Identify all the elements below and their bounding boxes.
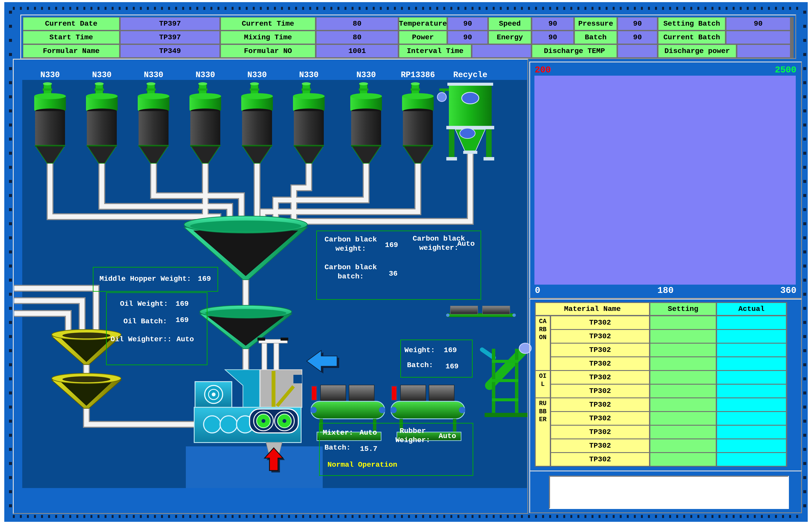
material-actual-5[interactable] bbox=[717, 371, 786, 384]
material-name-5[interactable]: TP302 bbox=[551, 371, 649, 384]
pipe-7 bbox=[276, 162, 366, 228]
trend-plot-area[interactable] bbox=[534, 76, 796, 285]
trend-chart-panel: 200 2500 0 180 360 bbox=[529, 62, 802, 299]
oil-batch-label: Oil Batch: bbox=[124, 317, 167, 326]
material-group-oil: OI L bbox=[536, 371, 550, 397]
edge-ticks-right bbox=[803, 11, 806, 513]
mixer-batch-value[interactable]: 15.7 bbox=[360, 444, 377, 454]
material-setting-1[interactable] bbox=[650, 316, 716, 329]
middle-hopper-value[interactable]: 169 bbox=[198, 274, 211, 284]
material-name-7[interactable]: TP302 bbox=[551, 398, 649, 411]
top-cell-r3-c8[interactable] bbox=[618, 45, 657, 57]
silo-6 bbox=[293, 82, 324, 163]
rubber-weigher-label: Rubber Weigher: bbox=[390, 426, 435, 445]
rubber-weigher-value[interactable]: Auto bbox=[439, 432, 456, 441]
silo-1 bbox=[34, 82, 66, 163]
hopper-label-2: N330 bbox=[92, 70, 112, 79]
oil-weighter-value[interactable]: Auto bbox=[176, 335, 194, 344]
carbon-weighter-value[interactable]: Auto bbox=[457, 239, 475, 248]
y-axis-right-max: 2500 bbox=[775, 65, 796, 75]
top-cell-r1-c4[interactable]: 80 bbox=[317, 17, 398, 30]
top-cell-r2-c4[interactable]: 80 bbox=[317, 31, 398, 44]
top-cell-r1-c10[interactable]: 90 bbox=[618, 17, 657, 30]
edge-ticks-bottom bbox=[13, 515, 800, 518]
weigh-weight-value[interactable]: 169 bbox=[444, 346, 457, 355]
material-actual-3[interactable] bbox=[717, 344, 786, 357]
top-cell-r2-c2[interactable]: TP397 bbox=[121, 31, 219, 44]
operation-status: Normal Operation bbox=[328, 460, 397, 469]
material-setting-10[interactable] bbox=[650, 439, 716, 452]
material-setting-11[interactable] bbox=[650, 453, 716, 466]
carbon-batch-value[interactable]: 36 bbox=[389, 269, 397, 278]
material-actual-1[interactable] bbox=[717, 316, 786, 329]
blue-left-arrow-icon bbox=[307, 350, 339, 374]
oil-weight-label: Oil Weight: bbox=[120, 299, 168, 308]
material-setting-9[interactable] bbox=[650, 426, 716, 438]
hopper-label-9: Recycle bbox=[453, 70, 488, 79]
material-setting-7[interactable] bbox=[650, 398, 716, 411]
top-cell-r2-c1: Start Time bbox=[23, 31, 119, 44]
carbon-batch-label: Carbon black batch: bbox=[319, 263, 383, 281]
weigh-batch-label: Batch: bbox=[407, 361, 433, 370]
top-cell-r1-c12[interactable]: 90 bbox=[726, 17, 790, 30]
top-cell-r1-c2[interactable]: TP397 bbox=[121, 17, 219, 30]
material-name-8[interactable]: TP302 bbox=[551, 412, 649, 425]
top-cell-r3-c10[interactable] bbox=[737, 45, 790, 57]
top-cell-r2-c10[interactable]: 90 bbox=[618, 31, 657, 44]
edge-ticks-top bbox=[13, 7, 800, 10]
material-name-6[interactable]: TP302 bbox=[551, 384, 649, 397]
material-actual-7[interactable] bbox=[717, 398, 786, 411]
material-table-panel: Material NameSettingActualCA RB ONOI LRU… bbox=[529, 299, 802, 471]
pipe-13 bbox=[14, 301, 82, 334]
top-cell-r2-c8[interactable]: 90 bbox=[532, 31, 573, 44]
oil-batch-value[interactable]: 169 bbox=[176, 316, 189, 325]
material-name-1[interactable]: TP302 bbox=[551, 316, 649, 329]
material-header-setting: Setting bbox=[650, 303, 716, 315]
weigh-batch-value[interactable]: 169 bbox=[446, 362, 459, 371]
material-setting-8[interactable] bbox=[650, 412, 716, 425]
material-actual-10[interactable] bbox=[717, 439, 786, 452]
material-actual-6[interactable] bbox=[717, 384, 786, 397]
top-cell-r3-c7: Discharge TEMP bbox=[532, 45, 617, 57]
material-name-10[interactable]: TP302 bbox=[551, 439, 649, 452]
material-actual-8[interactable] bbox=[717, 412, 786, 425]
pipe-6 bbox=[294, 162, 309, 228]
top-cell-r1-c8[interactable]: 90 bbox=[532, 17, 573, 30]
top-cell-r1-c6[interactable]: 90 bbox=[448, 17, 488, 30]
material-name-9[interactable]: TP302 bbox=[551, 426, 649, 438]
material-setting-2[interactable] bbox=[650, 330, 716, 343]
x-tick-0: 0 bbox=[535, 286, 540, 296]
top-cell-r3-c6[interactable] bbox=[473, 45, 531, 57]
material-setting-6[interactable] bbox=[650, 384, 716, 397]
material-name-2[interactable]: TP302 bbox=[551, 330, 649, 343]
oil-box: Oil Weight: 169 Oil Batch: 169 Oil Weigh… bbox=[106, 292, 207, 365]
silo-5 bbox=[241, 82, 273, 163]
top-cell-r2-c12[interactable] bbox=[726, 31, 790, 44]
material-name-11[interactable]: TP302 bbox=[551, 453, 649, 466]
small-conveyor bbox=[446, 306, 516, 317]
top-cell-r2-c3: Mixing Time bbox=[221, 31, 315, 44]
carbon-weight-value[interactable]: 169 bbox=[385, 241, 398, 250]
material-actual-2[interactable] bbox=[717, 330, 786, 343]
pipe-9 bbox=[253, 154, 470, 227]
oil-weight-value[interactable]: 169 bbox=[176, 299, 189, 308]
recycle-unit bbox=[437, 83, 494, 161]
top-cell-r3-c2[interactable]: TP349 bbox=[121, 45, 219, 57]
top-cell-r2-c6[interactable]: 90 bbox=[448, 31, 488, 44]
material-actual-11[interactable] bbox=[717, 453, 786, 466]
material-name-4[interactable]: TP302 bbox=[551, 357, 649, 370]
carbon-weight-label: Carbon black weight: bbox=[319, 235, 383, 253]
top-cell-r1-c7: Speed bbox=[489, 17, 531, 30]
material-setting-5[interactable] bbox=[650, 371, 716, 384]
material-setting-3[interactable] bbox=[650, 344, 716, 357]
material-actual-4[interactable] bbox=[717, 357, 786, 370]
top-cell-r3-c4[interactable]: 1001 bbox=[317, 45, 398, 57]
x-tick-180: 180 bbox=[657, 286, 673, 296]
material-name-3[interactable]: TP302 bbox=[551, 344, 649, 357]
material-actual-9[interactable] bbox=[717, 426, 786, 438]
mixter-value[interactable]: Auto bbox=[360, 428, 377, 437]
material-group-rubber: RU BB ER bbox=[536, 398, 550, 466]
hopper-label-6: N330 bbox=[299, 70, 318, 79]
material-setting-4[interactable] bbox=[650, 357, 716, 370]
message-textbox[interactable] bbox=[549, 476, 789, 509]
